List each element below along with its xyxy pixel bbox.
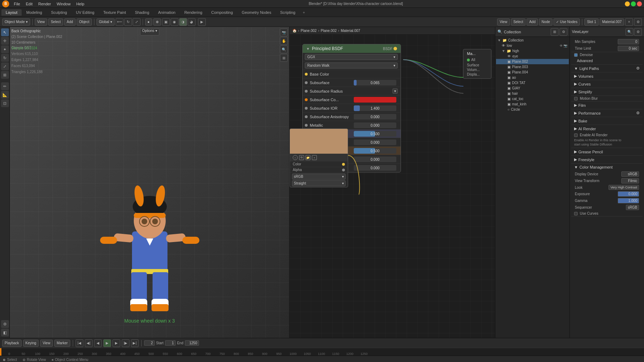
viewport-camera-icon[interactable]: 📷: [280, 28, 288, 36]
bsdf-node-header[interactable]: ▼ Principled BSDF BSDF: [303, 44, 401, 53]
advanced-row[interactable]: Advanced: [571, 57, 643, 64]
viewport-view-btn[interactable]: View: [35, 18, 48, 26]
timeline-keying-btn[interactable]: Keying: [23, 340, 39, 347]
scale-tool[interactable]: ⤢: [1, 62, 9, 70]
use-curves-row[interactable]: Use Curves: [571, 211, 643, 216]
global-selector[interactable]: Global ▾: [97, 18, 115, 26]
low-eye[interactable]: 👁: [560, 44, 563, 48]
alpha-socket-dot[interactable]: [342, 169, 345, 171]
viewport-grid-icon[interactable]: ⊞: [280, 54, 288, 62]
curves-title[interactable]: ▶ Curves: [571, 80, 643, 88]
tab-uv-editing[interactable]: UV Editing: [72, 9, 99, 16]
material-close-btn[interactable]: ×: [625, 18, 633, 26]
bsdf-subsurface-row[interactable]: Subsurface 0.065: [303, 78, 401, 87]
subsurface-color-swatch[interactable]: [354, 97, 396, 103]
breadcrumb-material[interactable]: Material.007: [341, 29, 360, 33]
viewport-object-btn[interactable]: Object: [77, 18, 92, 26]
cursor-tool[interactable]: ✛: [1, 37, 9, 45]
exposure-input[interactable]: [618, 191, 639, 197]
performance-title[interactable]: ▶ Performance ⚙: [571, 109, 643, 117]
overlay-btn[interactable]: ⊕: [153, 18, 161, 26]
next-frame-btn[interactable]: ▶: [112, 339, 120, 347]
specular-tint-bar[interactable]: 0.000: [354, 139, 396, 145]
tool-settings-icon[interactable]: ⚙: [1, 320, 9, 328]
light-paths-settings[interactable]: ⚙: [636, 66, 640, 71]
tree-item-plane004[interactable]: ▣ Plane.004: [496, 70, 569, 75]
breadcrumb-object[interactable]: Plane.002: [321, 29, 337, 33]
playback-btn[interactable]: ▶: [198, 18, 206, 26]
image-icon-close[interactable]: ×: [312, 155, 317, 160]
anisotropic-rotation-bar[interactable]: 0.000: [354, 165, 396, 171]
node-node-btn[interactable]: Node: [539, 18, 552, 26]
subsurface-aniso-socket[interactable]: [305, 115, 308, 118]
low-render[interactable]: 📷: [563, 44, 567, 48]
jump-start-btn[interactable]: |◀: [76, 339, 83, 347]
subsurface-aniso-bar[interactable]: 0.000: [354, 114, 396, 120]
mode-selector[interactable]: Object Mode ▾: [2, 18, 30, 26]
menu-render[interactable]: Render: [36, 1, 54, 7]
bsdf-output-dot[interactable]: [393, 47, 397, 50]
tree-item-low[interactable]: 👁 low 👁 📷: [496, 43, 569, 48]
node-view-btn[interactable]: View: [497, 18, 510, 26]
view-transform-value[interactable]: Filmic: [621, 178, 639, 183]
image-icon-circle[interactable]: ○: [293, 155, 298, 160]
rotate-icon[interactable]: ↻: [124, 18, 132, 26]
wireframe-btn[interactable]: ▣: [162, 18, 170, 26]
sidebar-toggle[interactable]: ◧: [1, 329, 9, 336]
sequencer-value[interactable]: sRGB: [626, 205, 639, 210]
maximize-button[interactable]: [631, 1, 636, 6]
end-frame-input[interactable]: [185, 340, 199, 346]
tree-item-mat-kinh[interactable]: ▣ mat_kinh: [496, 102, 569, 107]
use-nodes-btn[interactable]: ✓ Use Nodes: [554, 18, 580, 26]
tree-item-hair[interactable]: ▣ hair: [496, 91, 569, 96]
tab-shading[interactable]: Shading: [131, 9, 153, 16]
specular-bar[interactable]: 0.500: [354, 131, 396, 137]
motion-blur-row[interactable]: Motion Blur: [571, 96, 643, 101]
subsurface-method-dropdown[interactable]: Random Walk ▾: [305, 62, 398, 68]
node-add-btn[interactable]: Add: [527, 18, 538, 26]
viewport-hand-icon[interactable]: ✋: [280, 37, 288, 45]
tree-item-plane003[interactable]: ▣ Plane.003: [496, 64, 569, 70]
shading-type-btn[interactable]: ●: [145, 18, 152, 26]
breadcrumb-scene[interactable]: Plane.002: [301, 29, 317, 33]
menu-file[interactable]: File: [11, 1, 23, 7]
3d-viewport[interactable]: Back Orthographic (2) Scene Collection |…: [10, 27, 289, 338]
tab-layout[interactable]: Layout: [1, 9, 22, 16]
simplify-title[interactable]: ▶ Simplify: [571, 88, 643, 95]
subsurface-radius-dropdown[interactable]: ▾: [392, 88, 398, 94]
image-icon-copy[interactable]: ⧉: [299, 155, 304, 160]
viewport-zoom-icon[interactable]: 🔍: [280, 45, 288, 53]
close-button[interactable]: [637, 1, 642, 6]
timeline-playback-btn[interactable]: Playback: [2, 340, 22, 347]
move-icon[interactable]: ⟵: [116, 18, 123, 26]
next-keyframe-btn[interactable]: |▶: [122, 339, 130, 347]
subsurface-ior-socket[interactable]: [305, 107, 308, 110]
scale-icon[interactable]: ⤢: [133, 18, 141, 26]
min-samples-input[interactable]: [618, 39, 639, 44]
look-value[interactable]: Very High Contrast: [609, 185, 639, 190]
tree-item-giay[interactable]: ▣ GIAY: [496, 86, 569, 91]
interpolation-dropdown[interactable]: Straight ▾: [292, 180, 346, 186]
material-selector[interactable]: Material.007: [600, 18, 624, 26]
minimize-button[interactable]: [625, 1, 630, 6]
render-props-settings[interactable]: ⚙: [634, 28, 642, 36]
bsdf-subsurface-color-row[interactable]: Subsurface Co...: [303, 95, 401, 104]
timeline-cursor[interactable]: [0, 348, 1, 356]
start-frame-input[interactable]: [165, 340, 176, 346]
node-select-btn[interactable]: Select: [511, 18, 526, 26]
bake-title[interactable]: ▶ Bake: [571, 117, 643, 125]
denoise-checkbox[interactable]: [574, 53, 578, 57]
tree-collection[interactable]: ▼ 📁 Collection: [496, 38, 569, 43]
metallic-socket[interactable]: [305, 124, 308, 127]
select-tool[interactable]: ↖: [1, 28, 9, 36]
tree-item-cat-toc[interactable]: ▣ cat_toc: [496, 96, 569, 102]
subsurface-radius-socket[interactable]: [305, 90, 308, 93]
tab-geometry-nodes[interactable]: Geometry Nodes: [237, 9, 275, 16]
extra-tool[interactable]: ⊡: [1, 99, 9, 107]
tree-item-ao[interactable]: ▣ ao: [496, 75, 569, 80]
enable-ai-row[interactable]: Enable AI Render: [571, 132, 643, 138]
tab-modeling[interactable]: Modeling: [22, 9, 46, 16]
bsdf-subsurface-ior-row[interactable]: Subsurface IOR 1.400: [303, 104, 401, 113]
material-settings-btn[interactable]: ⚙: [634, 18, 642, 26]
annotate-tool[interactable]: ✏: [1, 82, 9, 90]
